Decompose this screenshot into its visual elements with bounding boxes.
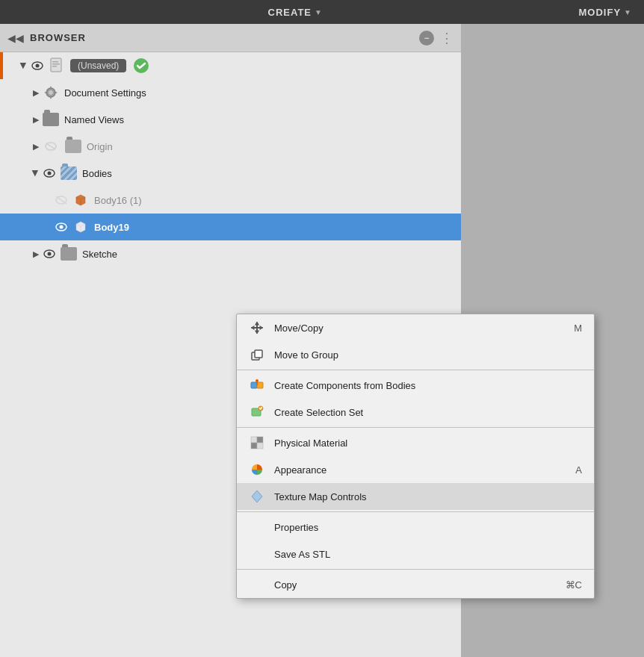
physical-material-icon (249, 435, 265, 451)
doc-settings-label: Document Settings (64, 87, 146, 99)
browser-title: BROWSER (30, 32, 413, 43)
tree-item-doc-settings[interactable]: ▶ Document Settings (0, 79, 461, 106)
browser-back-button[interactable]: ◀◀ (7, 30, 24, 46)
ctx-appearance[interactable]: Appearance A (237, 456, 594, 483)
ctx-copy[interactable]: Copy ⌘C (237, 571, 594, 598)
body19-icon (72, 218, 90, 236)
svg-rect-23 (257, 382, 263, 388)
properties-icon (249, 519, 265, 535)
modify-button[interactable]: MODIFY ▼ (579, 7, 632, 18)
named-views-icon (42, 110, 60, 128)
modify-dropdown-arrow: ▼ (624, 8, 632, 16)
sketches-folder-icon (60, 245, 78, 263)
document-icon (48, 57, 66, 75)
move-copy-icon (249, 320, 265, 336)
ctx-create-components[interactable]: Create Components from Bodies (237, 372, 594, 399)
top-toolbar: CREATE ▼ MODIFY ▼ (0, 0, 644, 24)
gear-icon (42, 84, 60, 102)
svg-rect-22 (251, 382, 257, 388)
svg-rect-30 (257, 443, 263, 449)
check-icon (132, 57, 150, 75)
ctx-properties[interactable]: Properties (237, 514, 594, 541)
ctx-divider-2 (237, 427, 594, 428)
unsaved-label: (Unsaved) (70, 59, 126, 72)
expand-arrow-bodies[interactable]: ▶ (30, 167, 42, 179)
ctx-divider-3 (237, 511, 594, 512)
create-button[interactable]: CREATE ▼ (268, 7, 323, 18)
appearance-icon (249, 461, 265, 478)
texture-map-label: Texture Map Controls (274, 491, 582, 502)
ctx-move-to-group[interactable]: Move to Group (237, 341, 594, 368)
tree-item-body16[interactable]: Body16 (1) (0, 187, 461, 214)
properties-label: Properties (274, 522, 582, 533)
ctx-divider-4 (237, 569, 594, 570)
ctx-move-copy[interactable]: Move/Copy M (237, 314, 594, 341)
copy-label: Copy (274, 579, 557, 591)
named-views-label: Named Views (64, 114, 124, 125)
ctx-create-selection-set[interactable]: Create Selection Set (237, 399, 594, 426)
create-selection-icon (249, 404, 265, 420)
svg-rect-21 (255, 350, 262, 358)
body19-label: Body19 (94, 222, 129, 233)
expand-arrow-doc[interactable]: ▶ (30, 87, 42, 99)
copy-shortcut: ⌘C (566, 579, 582, 591)
browser-collapse-button[interactable]: − (419, 31, 434, 46)
create-dropdown-arrow: ▼ (315, 8, 323, 16)
bodies-label: Bodies (82, 168, 112, 179)
visibility-icon-body19[interactable] (54, 219, 69, 234)
svg-point-13 (48, 172, 52, 175)
visibility-icon-body16[interactable] (54, 193, 69, 208)
expand-arrow-origin[interactable]: ▶ (30, 140, 42, 152)
move-copy-shortcut: M (574, 323, 582, 334)
browser-divider-button[interactable]: ⋮ (440, 30, 453, 46)
origin-label: Origin (87, 141, 113, 152)
unsaved-indicator (0, 52, 3, 79)
move-to-group-label: Move to Group (274, 349, 582, 361)
tree-item-bodies[interactable]: ▶ Bodies (0, 160, 461, 187)
svg-rect-2 (51, 58, 61, 72)
svg-point-17 (60, 225, 64, 229)
expand-arrow-sketches[interactable]: ▶ (30, 248, 42, 260)
body16-icon (72, 191, 90, 209)
tree-item-body19[interactable]: Body19 (0, 214, 461, 240)
ctx-divider-1 (237, 370, 594, 370)
svg-point-9 (49, 90, 53, 95)
visibility-icon-bodies[interactable] (42, 166, 57, 181)
tree-item-sketches[interactable]: ▶ Sketche (0, 240, 461, 267)
save-as-stl-label: Save As STL (274, 549, 582, 560)
svg-point-1 (36, 64, 40, 68)
toolbar-center: CREATE ▼ (268, 7, 323, 18)
context-menu: Move/Copy M Move to Group Create Compone… (236, 314, 595, 599)
body16-label: Body16 (1) (94, 195, 142, 206)
svg-rect-27 (251, 437, 257, 443)
appearance-shortcut: A (575, 464, 582, 476)
svg-rect-5 (52, 66, 57, 67)
visibility-icon-sketches[interactable] (42, 246, 57, 261)
move-to-group-icon (249, 346, 265, 363)
svg-point-19 (48, 252, 52, 256)
tree-item-unsaved[interactable]: ▶ (Unsaved) (0, 52, 461, 79)
toolbar-right: MODIFY ▼ (579, 7, 632, 18)
expand-arrow-root[interactable]: ▶ (18, 60, 30, 72)
expand-arrow-named-views[interactable]: ▶ (30, 113, 42, 125)
ctx-physical-material[interactable]: Physical Material (237, 429, 594, 456)
svg-rect-29 (251, 443, 257, 449)
visibility-icon-unsaved[interactable] (30, 58, 45, 73)
modify-label: MODIFY (579, 7, 622, 18)
svg-rect-28 (257, 437, 263, 443)
move-copy-label: Move/Copy (274, 323, 565, 334)
tree-item-named-views[interactable]: ▶ Named Views (0, 106, 461, 133)
ctx-save-as-stl[interactable]: Save As STL (237, 541, 594, 567)
origin-visibility-icon (42, 137, 60, 155)
svg-line-11 (46, 143, 55, 149)
tree-item-origin[interactable]: ▶ Origin (0, 133, 461, 160)
sketches-label: Sketche (82, 249, 117, 260)
texture-map-icon (249, 488, 265, 505)
ctx-texture-map[interactable]: Texture Map Controls (237, 483, 594, 510)
svg-rect-4 (52, 63, 60, 65)
svg-rect-3 (52, 61, 58, 63)
svg-point-24 (256, 379, 258, 382)
bodies-folder-icon (60, 164, 78, 182)
physical-material-label: Physical Material (274, 438, 582, 449)
copy-icon (249, 576, 265, 593)
